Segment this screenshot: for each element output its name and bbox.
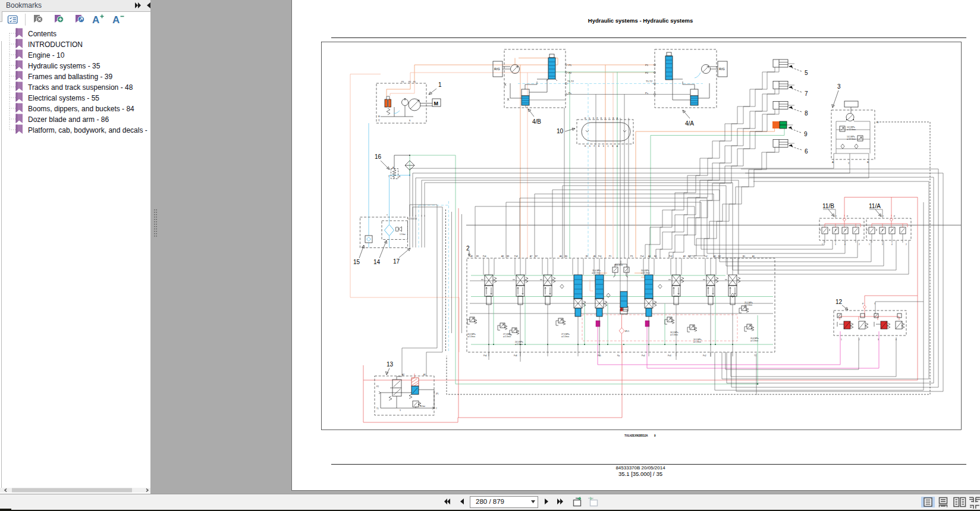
svg-text:B9: B9 [476, 255, 479, 258]
svg-text:A3: A3 [683, 255, 686, 258]
svg-text:P: P [862, 303, 863, 305]
svg-text:P3: P3 [630, 255, 633, 258]
svg-text:17: 17 [393, 258, 400, 265]
svg-text:RV1 RV2: RV1 RV2 [615, 264, 623, 267]
svg-text:R/G: R/G [719, 67, 725, 71]
svg-text:14: 14 [373, 259, 381, 265]
svg-text:Ps: Ps [645, 92, 648, 95]
svg-text:84533370B 20/05/2014: 84533370B 20/05/2014 [615, 465, 665, 471]
svg-text:T1: T1 [754, 355, 756, 357]
svg-text:4: 4 [844, 243, 846, 246]
svg-text:T1: T1 [376, 407, 379, 410]
svg-text:1: 1 [841, 338, 842, 341]
svg-text:TULH2EXN3853JA: TULH2EXN3853JA [624, 434, 648, 437]
svg-text:at 12 l/min: at 12 l/min [847, 128, 856, 131]
svg-text:P3: P3 [401, 81, 404, 83]
svg-text:7: 7 [805, 90, 808, 97]
svg-text:P2: P2 [645, 71, 649, 74]
svg-text:A9: A9 [470, 255, 473, 258]
svg-text:H S F B S C B A: H S F B S C B A [585, 145, 618, 148]
svg-text:16: 16 [375, 153, 382, 160]
svg-text:B1: B1 [743, 255, 745, 258]
svg-text:R/G: R/G [494, 67, 500, 71]
svg-text:Ps4: Ps4 [640, 255, 644, 258]
svg-text:T: T [874, 303, 875, 305]
svg-text:B5: B5 [586, 255, 588, 258]
svg-text:Ps: Ps [568, 92, 571, 95]
svg-text:P2: P2 [376, 385, 379, 388]
svg-text:P1: P1 [413, 81, 416, 83]
svg-text:13: 13 [387, 361, 394, 368]
svg-text:A7: A7 [530, 255, 532, 258]
svg-text:at 5 l/min: at 5 l/min [750, 340, 758, 342]
svg-text:at 5 l/min: at 5 l/min [693, 341, 701, 343]
svg-text:T: T [848, 162, 850, 165]
svg-text:at 12 l/min: at 12 l/min [847, 138, 856, 140]
svg-text:P1: P1 [609, 255, 611, 258]
svg-text:M: M [434, 101, 439, 106]
svg-text:T: T [835, 215, 837, 218]
svg-text:9: 9 [804, 131, 808, 137]
svg-text:P: P [847, 215, 848, 218]
svg-text:2: 2 [859, 243, 860, 246]
svg-text:P2: P2 [409, 81, 411, 83]
svg-text:B7: B7 [535, 255, 538, 258]
svg-text:B8: B8 [507, 255, 509, 258]
svg-text:3: 3 [835, 243, 836, 246]
svg-text:S: S [409, 120, 410, 122]
svg-text:1: 1 [438, 81, 442, 88]
svg-text:at 5 l/min: at 5 l/min [515, 343, 523, 346]
svg-text:T: T [388, 175, 390, 178]
svg-text:Ps8: Ps8 [514, 255, 518, 258]
svg-text:P1: P1 [645, 64, 649, 67]
svg-text:(P): (P) [436, 393, 438, 395]
svg-text:at 5 l/min: at 5 l/min [670, 334, 678, 336]
svg-text:B2: B2 [718, 255, 721, 258]
svg-text:35.1 [35.000] / 35: 35.1 [35.000] / 35 [618, 471, 662, 477]
svg-text:30 bar: 30 bar [420, 405, 426, 407]
svg-text:A6: A6 [560, 255, 562, 258]
svg-text:Ps8: Ps8 [514, 355, 517, 357]
svg-text:at 5 l/min: at 5 l/min [503, 336, 511, 338]
svg-text:05: 05 [877, 121, 879, 124]
svg-text:T: T [436, 407, 437, 410]
svg-text:M: M [378, 115, 380, 118]
svg-text:8: 8 [805, 110, 808, 117]
svg-text:4: 4 [896, 338, 897, 341]
svg-text:T1,T2: T1,T2 [567, 80, 574, 83]
svg-text:A8: A8 [501, 255, 504, 258]
svg-text:11/B: 11/B [822, 203, 834, 209]
svg-text:3: 3 [837, 83, 841, 90]
svg-text:B4: B4 [654, 255, 657, 258]
svg-text:12: 12 [835, 299, 843, 305]
svg-text:Ps2: Ps2 [704, 255, 708, 258]
svg-text:B: B [399, 175, 400, 178]
svg-text:Pp: Pp [617, 355, 620, 357]
svg-text:Ps3: Ps3 [668, 355, 671, 357]
svg-text:A5: A5 [593, 255, 596, 258]
svg-text:6: 6 [805, 148, 808, 155]
svg-text:Ps4: Ps4 [642, 355, 645, 357]
svg-text:3: 3 [400, 409, 401, 412]
svg-text:Ps5: Ps5 [598, 255, 602, 258]
svg-text:at 5 l/min: at 5 l/min [745, 304, 752, 306]
svg-text:A1: A1 [752, 255, 755, 258]
svg-text:1 2 3 4 5 6: 1 2 3 4 5 6 [408, 218, 417, 220]
svg-text:2: 2 [466, 245, 470, 252]
svg-text:T1,T2: T1,T2 [646, 80, 653, 83]
svg-text:Ps6: Ps6 [483, 355, 487, 357]
svg-text:A2: A2 [402, 374, 404, 376]
svg-text:Ps6: Ps6 [483, 255, 486, 258]
svg-text:Ps3: Ps3 [669, 255, 673, 258]
svg-text:1.5 bar: 1.5 bar [400, 233, 406, 236]
svg-text:A: A [832, 161, 834, 164]
svg-text:4/B: 4/B [532, 118, 541, 125]
svg-text:3: 3 [878, 338, 879, 341]
svg-text:9: 9 [654, 434, 656, 437]
svg-text:at 5 l/min: at 5 l/min [561, 336, 569, 338]
svg-text:T: T [387, 214, 388, 217]
svg-text:A1: A1 [423, 374, 426, 376]
svg-text:5: 5 [805, 70, 808, 76]
svg-text:H G S F E D C B A: H G S F E D C B A [585, 117, 618, 120]
svg-text:at 5 l/min: at 5 l/min [467, 336, 475, 338]
